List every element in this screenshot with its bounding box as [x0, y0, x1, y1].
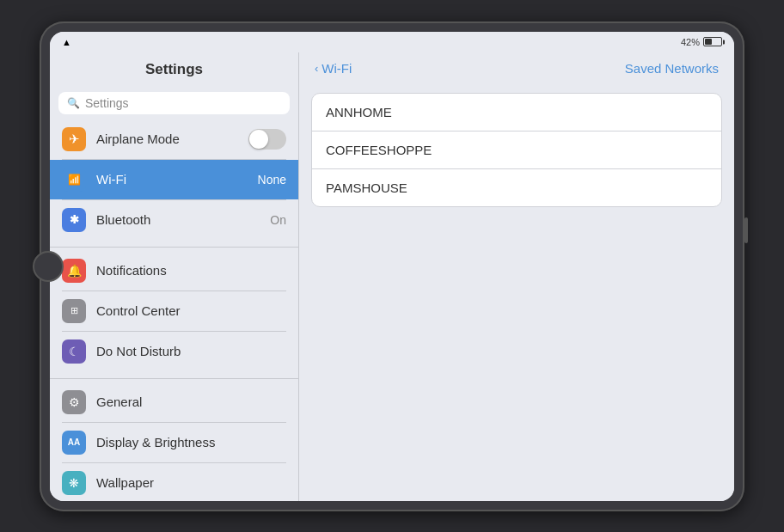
general-label: General	[96, 394, 286, 409]
settings-group-connectivity: ✈ Airplane Mode 📶 Wi-Fi None	[50, 119, 298, 240]
search-bar[interactable]: 🔍 Settings	[58, 92, 290, 114]
wifi-icon: 📶	[62, 168, 86, 192]
status-bar: ▲ 42%	[50, 32, 734, 52]
airplane-mode-label: Airplane Mode	[96, 131, 238, 146]
sidebar-item-wifi[interactable]: 📶 Wi-Fi None	[50, 160, 298, 199]
settings-groups: ✈ Airplane Mode 📶 Wi-Fi None	[50, 119, 298, 501]
network-item-annhome[interactable]: ANNHOME	[312, 94, 721, 131]
saved-networks-button[interactable]: Saved Networks	[625, 61, 719, 76]
status-bar-right: 42%	[681, 37, 722, 47]
bluetooth-label: Bluetooth	[96, 212, 260, 227]
battery-fill	[705, 39, 712, 45]
saved-networks-label: Saved Networks	[625, 61, 719, 76]
network-item-pamshouse[interactable]: PAMSHOUSE	[312, 169, 721, 206]
home-button[interactable]	[33, 251, 64, 282]
display-brightness-label: Display & Brightness	[96, 435, 286, 449]
control-center-label: Control Center	[96, 303, 286, 318]
settings-group-appearance: ⚙ General AA Display & Brightness ❋ Wall…	[50, 378, 298, 501]
bluetooth-icon: ✱	[62, 208, 86, 232]
device-frame: ▲ 42% Settings 🔍 Settings	[40, 21, 744, 511]
toggle-thumb	[249, 130, 268, 149]
bluetooth-value: On	[270, 213, 286, 227]
display-brightness-icon: AA	[62, 431, 86, 455]
device-screen: ▲ 42% Settings 🔍 Settings	[50, 32, 734, 501]
do-not-disturb-icon: ☾	[62, 339, 86, 364]
do-not-disturb-label: Do Not Disturb	[96, 344, 286, 358]
sidebar-item-notifications[interactable]: 🔔 Notifications	[50, 251, 298, 290]
search-placeholder: Settings	[85, 96, 129, 110]
notifications-icon: 🔔	[62, 259, 86, 283]
sidebar-item-do-not-disturb[interactable]: ☾ Do Not Disturb	[50, 332, 298, 371]
search-icon: 🔍	[67, 97, 80, 109]
airplane-mode-toggle[interactable]	[248, 129, 286, 150]
sidebar-title: Settings	[145, 61, 203, 77]
status-wifi-icon: ▲	[62, 37, 71, 47]
network-item-coffeeshoppe[interactable]: COFFEESHOPPE	[312, 131, 721, 169]
sidebar-item-control-center[interactable]: ⊞ Control Center	[50, 291, 298, 331]
sidebar-item-bluetooth[interactable]: ✱ Bluetooth On	[50, 200, 298, 240]
settings-group-system: 🔔 Notifications ⊞ Control Center ☾ Do No…	[50, 247, 298, 371]
side-button[interactable]	[744, 217, 748, 243]
wallpaper-label: Wallpaper	[96, 475, 286, 490]
network-ssid-pamshouse: PAMSHOUSE	[326, 180, 407, 195]
sidebar-item-wallpaper[interactable]: ❋ Wallpaper	[50, 463, 298, 501]
general-icon: ⚙	[62, 390, 86, 414]
battery-icon	[703, 37, 722, 46]
main-content: Settings 🔍 Settings ✈ Airplane Mode	[50, 52, 734, 501]
back-label: Wi-Fi	[322, 61, 352, 76]
wallpaper-icon: ❋	[62, 471, 86, 495]
sidebar-item-airplane-mode[interactable]: ✈ Airplane Mode	[50, 119, 298, 159]
back-button[interactable]: ‹ Wi-Fi	[315, 61, 352, 76]
right-panel: ‹ Wi-Fi Saved Networks ANNHOME COFFEESHO…	[299, 52, 734, 501]
right-panel-header: ‹ Wi-Fi Saved Networks	[299, 52, 734, 84]
sidebar-item-general[interactable]: ⚙ General	[50, 382, 298, 422]
sidebar-header: Settings	[50, 52, 298, 87]
battery-bar	[703, 37, 722, 46]
wifi-label: Wi-Fi	[96, 172, 248, 187]
networks-list: ANNHOME COFFEESHOPPE PAMSHOUSE	[311, 93, 722, 207]
airplane-mode-icon: ✈	[62, 127, 86, 151]
wifi-value: None	[258, 173, 286, 187]
notifications-label: Notifications	[96, 263, 286, 278]
network-ssid-coffeeshoppe: COFFEESHOPPE	[326, 143, 432, 157]
network-ssid-annhome: ANNHOME	[326, 105, 392, 119]
battery-percent-label: 42%	[681, 37, 700, 47]
control-center-icon: ⊞	[62, 299, 86, 323]
back-chevron-icon: ‹	[315, 62, 318, 75]
sidebar-item-display-brightness[interactable]: AA Display & Brightness	[50, 423, 298, 462]
status-bar-left: ▲	[62, 37, 71, 47]
sidebar: Settings 🔍 Settings ✈ Airplane Mode	[50, 52, 299, 501]
